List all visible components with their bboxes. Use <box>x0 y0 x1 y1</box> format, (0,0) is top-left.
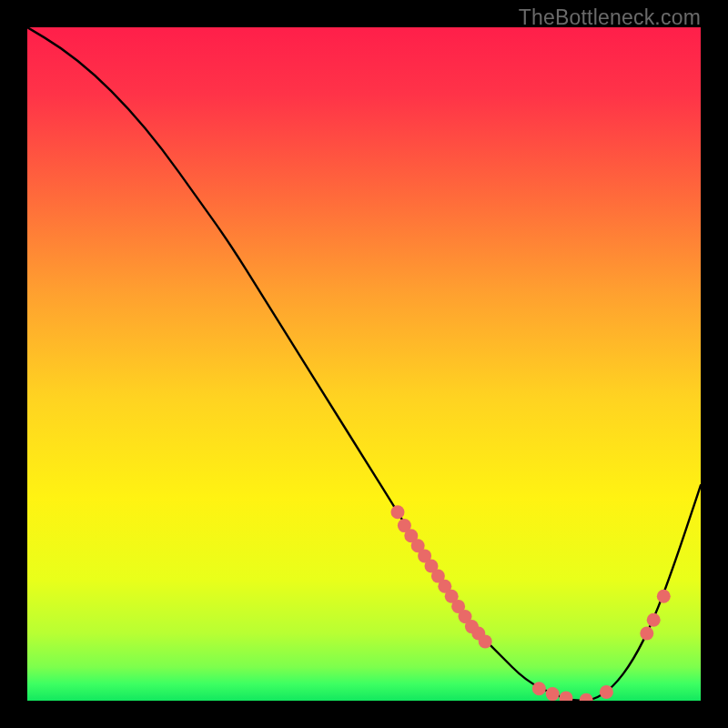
watermark-text: TheBottleneck.com <box>519 5 701 30</box>
data-marker <box>640 627 653 641</box>
data-marker <box>600 685 613 699</box>
data-marker <box>647 613 661 627</box>
data-marker <box>532 682 546 695</box>
gradient-background <box>27 27 701 701</box>
data-marker <box>391 505 405 519</box>
data-marker <box>657 590 671 603</box>
data-marker <box>479 634 492 648</box>
data-marker <box>546 687 560 701</box>
chart-svg <box>27 27 701 701</box>
chart-frame <box>27 27 701 701</box>
